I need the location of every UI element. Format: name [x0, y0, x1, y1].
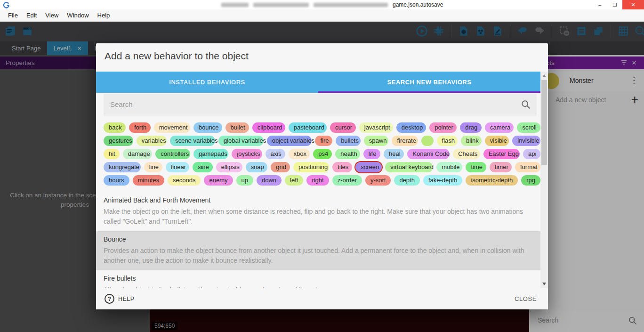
tag-chip-gamepads[interactable]: gamepads	[193, 149, 228, 159]
tag-chip-variables[interactable]: variables	[137, 136, 167, 146]
tag-chip-easter-egg[interactable]: Easter Egg	[483, 149, 520, 159]
tag-chip-sine[interactable]: sine	[193, 162, 213, 172]
tag-chip-movement[interactable]: movement	[154, 122, 190, 133]
tag-chip-bounce[interactable]: bounce	[193, 122, 222, 133]
tag-chip-bullets[interactable]: bullets	[336, 136, 361, 146]
title-bar: game.json.autosave –❐✕	[0, 0, 644, 9]
tag-chip-ps4[interactable]: ps4	[313, 149, 332, 159]
tag-chip-api[interactable]: api	[523, 149, 540, 159]
tag-chip-isometric-depth[interactable]: isometric-depth	[466, 175, 518, 186]
tag-chip-up[interactable]: up	[236, 175, 253, 186]
tag-chip-blink[interactable]: blink	[461, 136, 482, 146]
tag-chip-linear[interactable]: linear	[166, 162, 189, 172]
tag-chip-cursor[interactable]: cursor	[330, 122, 356, 133]
tag-chip-down[interactable]: down	[257, 175, 282, 186]
tag-chip-global-variables[interactable]: global variables	[218, 136, 264, 146]
tag-chip-format[interactable]: format	[515, 162, 540, 172]
scrollbar-thumb[interactable]	[541, 80, 547, 165]
tag-chip-y-sort[interactable]: y-sort	[365, 175, 391, 186]
tag-chip-scene-variables[interactable]: scene variables	[170, 136, 215, 146]
dialog-tab-installed-behaviors[interactable]: INSTALLED BEHAVIORS	[96, 72, 318, 93]
tag-chip-positioning[interactable]: positioning	[293, 162, 329, 172]
tag-chip-timer[interactable]: timer	[490, 162, 512, 172]
tag-chip-left[interactable]: left	[285, 175, 303, 186]
tag-chip-enemy[interactable]: enemy	[204, 175, 233, 186]
tag-chip-konami-code[interactable]: Konami Code	[407, 149, 450, 159]
close-button[interactable]: CLOSE	[515, 295, 537, 302]
tag-chip-z-order[interactable]: z-order	[332, 175, 362, 186]
close-button[interactable]: ✕	[622, 0, 644, 9]
tag-chip-right[interactable]: right	[306, 175, 329, 186]
behavior-list-item[interactable]: BounceProvides an action to make the obj…	[96, 231, 540, 270]
tag-chip-controllers[interactable]: controllers	[155, 149, 190, 159]
tag-chip-xbox[interactable]: xbox	[289, 149, 310, 159]
tag-row: hitdamagecontrollersgamepadsjoysticksaxi…	[104, 149, 540, 159]
tag-chip-virtual-keyboard[interactable]: virtual keyboard	[385, 162, 433, 172]
dialog-tab-search-new-behaviors[interactable]: SEARCH NEW BEHAVIORS	[318, 72, 540, 93]
dialog-footer: ? HELP CLOSE	[96, 288, 548, 309]
tag-chip-hit[interactable]: hit	[104, 149, 120, 159]
menu-view[interactable]: View	[41, 10, 63, 20]
tag-row: backforthmovementbouncebulletclipboardpa…	[104, 122, 540, 133]
tag-chip-bullet[interactable]: bullet	[225, 122, 249, 133]
tag-chip-javascript[interactable]: javascript	[359, 122, 393, 133]
minimize-button[interactable]: –	[592, 0, 607, 9]
tag-chip-clipboard[interactable]: clipboard	[252, 122, 285, 133]
tag-chip-kongregate[interactable]: kongregate	[104, 162, 141, 172]
maximize-button[interactable]: ❐	[607, 0, 622, 9]
tag-chip-life[interactable]: life	[363, 149, 380, 159]
tag-chip-line[interactable]: line	[144, 162, 163, 172]
tag-chip-seconds[interactable]: seconds	[168, 175, 201, 186]
tag-chip-forth[interactable]: forth	[129, 122, 151, 133]
tag-chip-mobile[interactable]: mobile	[436, 162, 462, 172]
menu-help[interactable]: Help	[93, 10, 114, 20]
behavior-list: Animated Back and Forth MovementMake the…	[96, 192, 540, 288]
tag-chip-joysticks[interactable]: joysticks	[232, 149, 262, 159]
tag-chip-tiles[interactable]: tiles	[332, 162, 352, 172]
tag-chip-grid[interactable]: grid	[271, 162, 290, 172]
tag-chip-gestures[interactable]: gestures	[104, 136, 133, 146]
menu-window[interactable]: Window	[63, 10, 93, 20]
tag-chip-snap[interactable]: snap	[246, 162, 268, 172]
tag-row: gesturesvariablesscene variablesglobal v…	[104, 136, 540, 146]
tag-chip-flash[interactable]: flash	[437, 136, 458, 146]
tag-chip-pointer[interactable]: pointer	[429, 122, 457, 133]
tag-chip-drag[interactable]: drag	[460, 122, 482, 133]
tag-chip-camera[interactable]: camera	[485, 122, 514, 133]
tag-chip-health[interactable]: health	[335, 149, 360, 159]
tag-chip-invisible[interactable]: invisible	[512, 136, 540, 146]
tag-chip-object-variables[interactable]: object variables	[267, 136, 312, 146]
dialog-title-bar: Add a new behavior to the object	[96, 43, 548, 72]
scroll-up-arrow-icon[interactable]	[542, 74, 546, 77]
tag-chip-ellipsis[interactable]: ellipsis	[216, 162, 242, 172]
help-button[interactable]: ? HELP	[105, 294, 135, 304]
tag-chip-firerate[interactable]: firerate	[392, 136, 418, 146]
tag-chip-heal[interactable]: heal	[384, 149, 404, 159]
tag-chip-blank[interactable]	[421, 136, 434, 146]
tag-chip-hours[interactable]: hours	[104, 175, 129, 186]
tag-chip-visible[interactable]: visible	[485, 136, 509, 146]
tag-chip-scroll[interactable]: scroll	[517, 122, 540, 133]
menu-edit[interactable]: Edit	[22, 10, 41, 20]
tag-chip-damage[interactable]: damage	[123, 149, 152, 159]
scroll-down-arrow-icon[interactable]	[542, 283, 546, 285]
tag-chip-screen[interactable]: screen	[355, 162, 382, 172]
tag-chip-pasteboard[interactable]: pasteboard	[289, 122, 327, 133]
tag-chip-fire[interactable]: fire	[315, 136, 332, 146]
tag-chip-time[interactable]: time	[466, 162, 486, 172]
menu-file[interactable]: File	[4, 10, 22, 20]
behavior-list-item[interactable]: Animated Back and Forth MovementMake the…	[96, 192, 540, 231]
dialog-scrollbar[interactable]	[540, 72, 548, 288]
tag-chip-desktop[interactable]: desktop	[396, 122, 426, 133]
tag-chip-spawn[interactable]: spawn	[364, 136, 389, 146]
behavior-name: Animated Back and Forth Movement	[104, 196, 526, 204]
tag-chip-fake-depth[interactable]: fake-depth	[423, 175, 462, 186]
tag-chip-cheats[interactable]: Cheats	[453, 149, 480, 159]
behavior-list-item[interactable]: Fire bulletsAllow the object to fire bul…	[96, 270, 540, 288]
tag-chip-axis[interactable]: axis	[266, 149, 285, 159]
tag-chip-rpg[interactable]: rpg	[521, 175, 540, 186]
tag-chip-minutes[interactable]: minutes	[133, 175, 165, 186]
tag-chip-back[interactable]: back	[104, 122, 126, 133]
tag-chip-depth[interactable]: depth	[394, 175, 420, 186]
behavior-search-input[interactable]	[109, 100, 497, 109]
